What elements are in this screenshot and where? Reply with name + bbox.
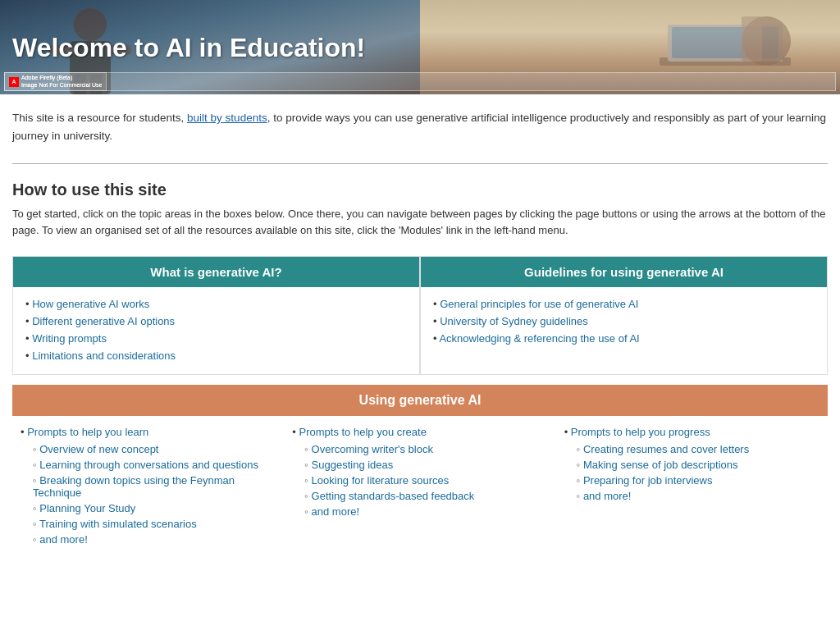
topic-box-what-is-gen-ai: What is generative AI? How generative AI… [12,256,420,375]
topic-links-guidelines: General principles for use of generative… [421,287,827,357]
list-item: University of Sydney guidelines [433,313,815,330]
link-overcoming-writers-block[interactable]: Overcoming writer's block [312,443,433,455]
svg-rect-10 [742,16,762,62]
topic-header-what-is-gen-ai: What is generative AI? [13,257,419,287]
list-item: Training with simulated scenarios [33,516,276,532]
adobe-badge-right-text: Adobe Firefly (Beta) Image Not For Comme… [21,75,102,89]
using-col-learn: Prompts to help you learn Overview of ne… [12,426,284,547]
using-gen-ai-section: Using generative AI Prompts to help you … [12,385,828,551]
list-item: General principles for use of generative… [433,295,815,313]
topic-box-guidelines: Guidelines for using generative AI Gener… [420,256,828,375]
list-item: Looking for literature sources [304,473,547,488]
link-prompts-create[interactable]: Prompts to help you create [292,426,547,438]
topic-links-what-is-gen-ai: How generative AI works Different genera… [13,287,419,374]
list-item: and more! [33,532,276,547]
topic-boxes-grid: What is generative AI? How generative AI… [12,256,828,375]
link-progress-and-more[interactable]: and more! [583,490,632,502]
hero-banner: Welcome to AI in Education! A Adobe Fire… [0,0,840,94]
link-suggesting-ideas[interactable]: Suggesting ideas [312,459,394,471]
link-writing-prompts[interactable]: Writing prompts [32,332,107,345]
link-prompts-learn[interactable]: Prompts to help you learn [21,426,276,438]
list-item: How generative AI works [25,295,407,313]
list-item: Writing prompts [25,330,407,347]
list-item: Limitations and considerations [25,347,407,364]
adobe-logo-right: A [9,77,19,87]
list-item: Preparing for job interviews [577,473,819,488]
link-feynman-technique[interactable]: Breaking down topics using the Feynman T… [33,474,235,499]
sub-links-create: Overcoming writer's block Suggesting ide… [304,441,547,519]
list-item: and more! [304,504,547,519]
section-divider [12,163,828,164]
intro-text-before: This site is a resource for students, [12,112,187,124]
hero-title: Welcome to AI in Education! [12,32,365,62]
list-item: Breaking down topics using the Feynman T… [33,473,276,500]
link-planning-study[interactable]: Planning Your Study [39,502,135,514]
built-by-students-link[interactable]: built by students [187,112,267,124]
link-limitations-considerations[interactable]: Limitations and considerations [32,350,176,362]
link-resumes-cover-letters[interactable]: Creating resumes and cover letters [583,443,749,455]
link-job-interviews[interactable]: Preparing for job interviews [583,474,713,487]
link-learning-conversations[interactable]: Learning through conversations and quest… [39,459,258,471]
list-item: Planning Your Study [33,500,276,516]
link-general-principles[interactable]: General principles for use of generative… [440,298,638,310]
link-learn-and-more[interactable]: and more! [39,533,88,546]
link-standards-feedback[interactable]: Getting standards-based feedback [312,490,475,502]
list-item: Making sense of job descriptions [577,457,819,473]
link-simulated-scenarios[interactable]: Training with simulated scenarios [39,518,197,530]
intro-paragraph: This site is a resource for students, bu… [12,109,828,144]
list-item: Creating resumes and cover letters [577,441,819,457]
list-item: Overview of new concept [33,441,276,457]
list-item: Acknowledging & referencing the use of A… [433,330,815,347]
list-item: Suggesting ideas [304,457,547,473]
link-different-gen-ai-options[interactable]: Different generative AI options [32,315,175,327]
topic-header-guidelines: Guidelines for using generative AI [421,257,827,287]
link-literature-sources[interactable]: Looking for literature sources [312,474,450,487]
sub-links-learn: Overview of new concept Learning through… [33,441,276,547]
using-gen-ai-grid: Prompts to help you learn Overview of ne… [12,416,828,551]
adobe-badge-right: A Adobe Firefly (Beta) Image Not For Com… [4,72,836,91]
list-item: Getting standards-based feedback [304,488,547,504]
list-item: Overcoming writer's block [304,441,547,457]
how-to-use-heading: How to use this site [12,180,828,199]
link-acknowledging-referencing[interactable]: Acknowledging & referencing the use of A… [439,332,639,345]
link-job-descriptions[interactable]: Making sense of job descriptions [583,459,738,471]
intro-section: This site is a resource for students, bu… [0,94,840,157]
list-item: Different generative AI options [25,313,407,330]
link-how-gen-ai-works[interactable]: How generative AI works [32,298,149,310]
link-prompts-progress[interactable]: Prompts to help you progress [564,426,819,438]
list-item: Learning through conversations and quest… [33,457,276,473]
list-item: and more! [577,488,819,504]
using-col-progress: Prompts to help you progress Creating re… [556,426,828,547]
how-to-use-section: How to use this site To get started, cli… [0,171,840,246]
using-col-create: Prompts to help you create Overcoming wr… [284,426,555,547]
link-usyd-guidelines[interactable]: University of Sydney guidelines [440,315,588,327]
sub-links-progress: Creating resumes and cover letters Makin… [577,441,819,504]
link-create-and-more[interactable]: and more! [312,505,360,518]
how-to-use-paragraph: To get started, click on the topic areas… [12,206,828,238]
using-gen-ai-header: Using generative AI [12,385,828,416]
link-overview-new-concept[interactable]: Overview of new concept [39,443,158,455]
